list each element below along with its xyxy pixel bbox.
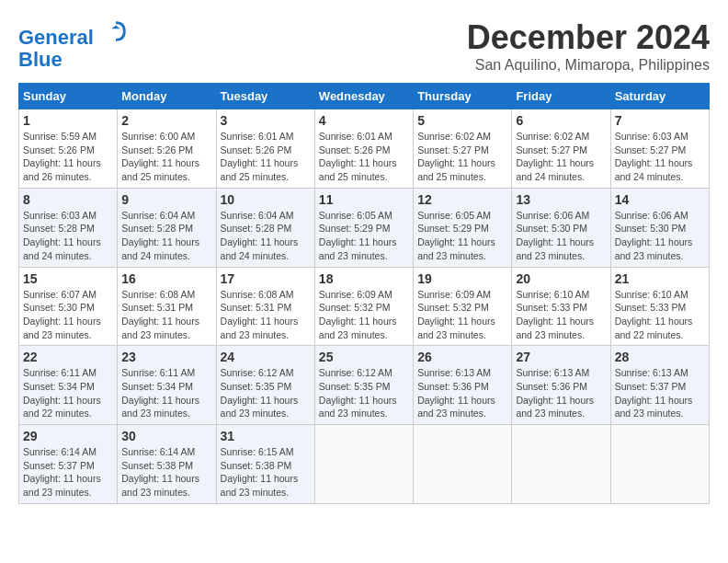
day-number: 13	[516, 192, 606, 207]
day-number: 19	[417, 271, 507, 286]
day-number: 16	[121, 271, 211, 286]
calendar-cell	[414, 425, 512, 504]
day-number: 7	[615, 113, 705, 128]
day-number: 15	[23, 271, 113, 286]
day-number: 8	[23, 192, 113, 207]
day-number: 2	[121, 113, 211, 128]
calendar-cell: 1Sunrise: 5:59 AMSunset: 5:26 PMDaylight…	[19, 109, 118, 189]
week-row-4: 22Sunrise: 6:11 AMSunset: 5:34 PMDayligh…	[19, 346, 710, 425]
day-info: Sunrise: 5:59 AMSunset: 5:26 PMDaylight:…	[23, 130, 113, 184]
calendar-cell: 5Sunrise: 6:02 AMSunset: 5:27 PMDaylight…	[414, 109, 512, 189]
calendar-header: SundayMondayTuesdayWednesdayThursdayFrid…	[19, 84, 710, 109]
day-number: 4	[319, 113, 409, 128]
calendar-cell: 6Sunrise: 6:02 AMSunset: 5:27 PMDaylight…	[512, 109, 610, 189]
calendar-cell: 14Sunrise: 6:06 AMSunset: 5:30 PMDayligh…	[610, 188, 709, 267]
calendar-cell: 2Sunrise: 6:00 AMSunset: 5:26 PMDaylight…	[118, 109, 216, 189]
weekday-header-sunday: Sunday	[19, 84, 118, 109]
day-number: 30	[121, 429, 211, 443]
day-number: 26	[417, 350, 507, 364]
day-info: Sunrise: 6:13 AMSunset: 5:36 PMDaylight:…	[516, 366, 606, 420]
logo-line1: General	[18, 26, 94, 49]
day-info: Sunrise: 6:05 AMSunset: 5:29 PMDaylight:…	[319, 209, 409, 263]
week-row-2: 8Sunrise: 6:03 AMSunset: 5:28 PMDaylight…	[19, 188, 710, 267]
day-info: Sunrise: 6:08 AMSunset: 5:31 PMDaylight:…	[121, 288, 211, 342]
day-info: Sunrise: 6:09 AMSunset: 5:32 PMDaylight:…	[417, 288, 507, 342]
day-number: 18	[319, 271, 409, 286]
title-area: December 2024 San Aquilino, Mimaropa, Ph…	[467, 18, 710, 74]
day-info: Sunrise: 6:08 AMSunset: 5:31 PMDaylight:…	[221, 288, 311, 342]
day-number: 25	[319, 350, 409, 364]
day-info: Sunrise: 6:05 AMSunset: 5:29 PMDaylight:…	[417, 209, 507, 263]
calendar-cell: 18Sunrise: 6:09 AMSunset: 5:32 PMDayligh…	[314, 267, 413, 346]
calendar-cell: 28Sunrise: 6:13 AMSunset: 5:37 PMDayligh…	[610, 346, 709, 425]
weekday-header-wednesday: Wednesday	[314, 84, 413, 109]
day-info: Sunrise: 6:03 AMSunset: 5:28 PMDaylight:…	[23, 209, 113, 263]
calendar-cell: 19Sunrise: 6:09 AMSunset: 5:32 PMDayligh…	[414, 267, 512, 346]
day-number: 12	[417, 192, 507, 207]
calendar-cell: 11Sunrise: 6:05 AMSunset: 5:29 PMDayligh…	[314, 188, 413, 267]
page-header: General Blue December 2024 San Aquilino,…	[18, 18, 710, 74]
day-info: Sunrise: 6:04 AMSunset: 5:28 PMDaylight:…	[221, 209, 311, 263]
day-info: Sunrise: 6:13 AMSunset: 5:36 PMDaylight:…	[417, 366, 507, 420]
calendar-cell: 10Sunrise: 6:04 AMSunset: 5:28 PMDayligh…	[216, 188, 314, 267]
calendar-cell	[314, 425, 413, 504]
day-number: 23	[121, 350, 211, 364]
calendar-cell: 7Sunrise: 6:03 AMSunset: 5:27 PMDaylight…	[610, 109, 709, 189]
day-number: 17	[221, 271, 311, 286]
calendar-cell: 13Sunrise: 6:06 AMSunset: 5:30 PMDayligh…	[512, 188, 610, 267]
day-info: Sunrise: 6:07 AMSunset: 5:30 PMDaylight:…	[23, 288, 113, 342]
location-title: San Aquilino, Mimaropa, Philippines	[467, 57, 710, 74]
calendar-cell: 12Sunrise: 6:05 AMSunset: 5:29 PMDayligh…	[414, 188, 512, 267]
day-info: Sunrise: 6:01 AMSunset: 5:26 PMDaylight:…	[319, 130, 409, 184]
calendar-cell: 3Sunrise: 6:01 AMSunset: 5:26 PMDaylight…	[216, 109, 314, 189]
day-info: Sunrise: 6:09 AMSunset: 5:32 PMDaylight:…	[319, 288, 409, 342]
day-info: Sunrise: 6:02 AMSunset: 5:27 PMDaylight:…	[516, 130, 606, 184]
logo-icon	[103, 18, 129, 44]
day-number: 24	[221, 350, 311, 364]
calendar-cell: 21Sunrise: 6:10 AMSunset: 5:33 PMDayligh…	[610, 267, 709, 346]
day-info: Sunrise: 6:12 AMSunset: 5:35 PMDaylight:…	[221, 366, 311, 420]
day-info: Sunrise: 6:10 AMSunset: 5:33 PMDaylight:…	[615, 288, 705, 342]
day-number: 11	[319, 192, 409, 207]
calendar-cell: 16Sunrise: 6:08 AMSunset: 5:31 PMDayligh…	[118, 267, 216, 346]
day-number: 1	[23, 113, 113, 128]
day-number: 6	[516, 113, 606, 128]
calendar-cell: 9Sunrise: 6:04 AMSunset: 5:28 PMDaylight…	[118, 188, 216, 267]
day-info: Sunrise: 6:13 AMSunset: 5:37 PMDaylight:…	[615, 366, 705, 420]
calendar-cell: 29Sunrise: 6:14 AMSunset: 5:37 PMDayligh…	[19, 425, 118, 504]
weekday-header-row: SundayMondayTuesdayWednesdayThursdayFrid…	[19, 84, 710, 109]
calendar-cell: 17Sunrise: 6:08 AMSunset: 5:31 PMDayligh…	[216, 267, 314, 346]
calendar-cell: 24Sunrise: 6:12 AMSunset: 5:35 PMDayligh…	[216, 346, 314, 425]
day-number: 10	[221, 192, 311, 207]
day-number: 3	[221, 113, 311, 128]
day-info: Sunrise: 6:11 AMSunset: 5:34 PMDaylight:…	[23, 366, 113, 420]
day-info: Sunrise: 6:02 AMSunset: 5:27 PMDaylight:…	[417, 130, 507, 184]
calendar-cell: 23Sunrise: 6:11 AMSunset: 5:34 PMDayligh…	[118, 346, 216, 425]
day-info: Sunrise: 6:04 AMSunset: 5:28 PMDaylight:…	[121, 209, 211, 263]
calendar-cell: 25Sunrise: 6:12 AMSunset: 5:35 PMDayligh…	[314, 346, 413, 425]
day-number: 27	[516, 350, 606, 364]
day-info: Sunrise: 6:06 AMSunset: 5:30 PMDaylight:…	[516, 209, 606, 263]
calendar-cell: 30Sunrise: 6:14 AMSunset: 5:38 PMDayligh…	[118, 425, 216, 504]
day-info: Sunrise: 6:00 AMSunset: 5:26 PMDaylight:…	[121, 130, 211, 184]
calendar-cell: 8Sunrise: 6:03 AMSunset: 5:28 PMDaylight…	[19, 188, 118, 267]
weekday-header-tuesday: Tuesday	[216, 84, 314, 109]
day-info: Sunrise: 6:10 AMSunset: 5:33 PMDaylight:…	[516, 288, 606, 342]
month-title: December 2024	[467, 18, 710, 57]
day-info: Sunrise: 6:14 AMSunset: 5:37 PMDaylight:…	[23, 445, 113, 500]
day-number: 28	[615, 350, 705, 364]
week-row-5: 29Sunrise: 6:14 AMSunset: 5:37 PMDayligh…	[19, 425, 710, 504]
day-info: Sunrise: 6:15 AMSunset: 5:38 PMDaylight:…	[221, 445, 311, 500]
day-number: 5	[417, 113, 507, 128]
day-info: Sunrise: 6:11 AMSunset: 5:34 PMDaylight:…	[121, 366, 211, 420]
calendar-cell: 15Sunrise: 6:07 AMSunset: 5:30 PMDayligh…	[19, 267, 118, 346]
logo: General Blue	[18, 18, 129, 71]
day-info: Sunrise: 6:01 AMSunset: 5:26 PMDaylight:…	[221, 130, 311, 184]
day-info: Sunrise: 6:06 AMSunset: 5:30 PMDaylight:…	[615, 209, 705, 263]
day-info: Sunrise: 6:03 AMSunset: 5:27 PMDaylight:…	[615, 130, 705, 184]
calendar-cell: 27Sunrise: 6:13 AMSunset: 5:36 PMDayligh…	[512, 346, 610, 425]
calendar-cell	[512, 425, 610, 504]
day-number: 22	[23, 350, 113, 364]
calendar-cell: 26Sunrise: 6:13 AMSunset: 5:36 PMDayligh…	[414, 346, 512, 425]
week-row-3: 15Sunrise: 6:07 AMSunset: 5:30 PMDayligh…	[19, 267, 710, 346]
